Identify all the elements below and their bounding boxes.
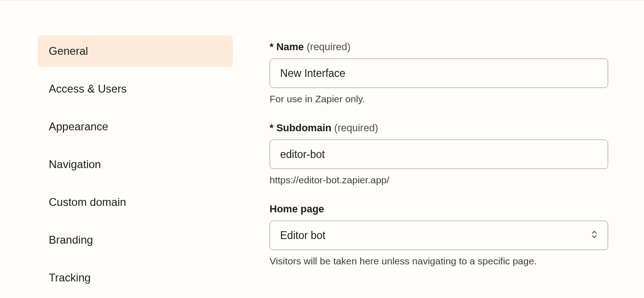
settings-main: * Name (required) For use in Zapier only… <box>242 35 608 298</box>
settings-sidebar: General Access & Users Appearance Naviga… <box>38 35 242 298</box>
sidebar-item-branding[interactable]: Branding <box>38 224 233 256</box>
sidebar-item-label: Branding <box>49 234 93 246</box>
sidebar-item-label: Tracking <box>49 271 91 284</box>
name-input[interactable] <box>270 58 608 88</box>
homepage-helper: Visitors will be taken here unless navig… <box>270 256 608 267</box>
name-label-row: * Name (required) <box>270 41 608 53</box>
required-text: (required) <box>307 41 351 53</box>
field-homepage: Home page Editor bot Visitors will be ta… <box>270 203 608 267</box>
sidebar-item-tracking[interactable]: Tracking <box>38 262 233 293</box>
name-label: Name <box>276 41 304 53</box>
field-subdomain: * Subdomain (required) https://editor-bo… <box>270 122 608 186</box>
homepage-select[interactable]: Editor bot <box>270 221 608 250</box>
sidebar-item-navigation[interactable]: Navigation <box>38 149 233 180</box>
sidebar-item-label: Navigation <box>49 158 101 170</box>
required-asterisk: * <box>270 122 274 134</box>
sidebar-item-label: Access & Users <box>49 82 126 95</box>
sidebar-item-label: Custom domain <box>49 196 126 208</box>
subdomain-label: Subdomain <box>276 122 332 134</box>
sidebar-item-general[interactable]: General <box>38 35 233 67</box>
required-asterisk: * <box>270 41 274 53</box>
subdomain-input[interactable] <box>270 140 608 169</box>
subdomain-helper: https://editor-bot.zapier.app/ <box>270 175 608 186</box>
sidebar-item-label: General <box>49 45 88 57</box>
sidebar-item-appearance[interactable]: Appearance <box>38 111 233 142</box>
name-helper: For use in Zapier only. <box>270 93 608 105</box>
sidebar-item-access-users[interactable]: Access & Users <box>38 73 233 105</box>
homepage-label: Home page <box>270 203 608 215</box>
required-text: (required) <box>334 122 378 134</box>
sidebar-item-custom-domain[interactable]: Custom domain <box>38 187 233 218</box>
field-name: * Name (required) For use in Zapier only… <box>270 41 608 105</box>
sidebar-item-label: Appearance <box>49 120 108 133</box>
subdomain-label-row: * Subdomain (required) <box>270 122 608 134</box>
